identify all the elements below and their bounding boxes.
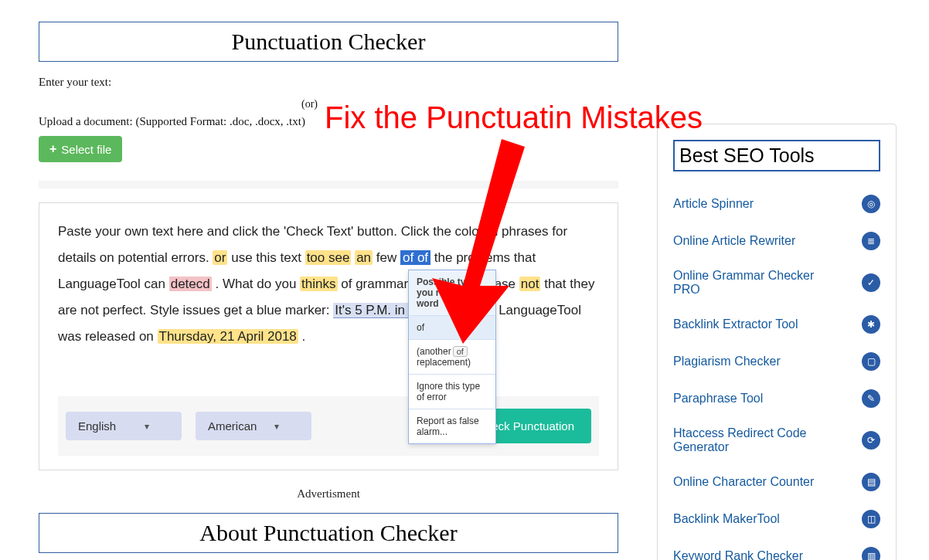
tool-icon: ◎ bbox=[862, 195, 880, 213]
plus-icon: + bbox=[49, 142, 56, 156]
variant-value: American bbox=[208, 419, 257, 433]
highlight-too-see[interactable]: too see bbox=[305, 250, 352, 265]
tool-label: Online Article Rewriter bbox=[673, 234, 795, 248]
tool-link-paraphrase-tool[interactable]: Paraphrase Tool✎ bbox=[673, 380, 880, 417]
correction-popover: Possible typo: you repeated a word of (a… bbox=[408, 270, 496, 444]
ignore-error[interactable]: Ignore this type of error bbox=[409, 374, 495, 409]
text-span: . bbox=[302, 329, 306, 344]
highlight-detecd[interactable]: detecd bbox=[169, 277, 212, 291]
tool-icon: ✎ bbox=[862, 389, 880, 408]
tool-link-article-rewriter[interactable]: Online Article Rewriter≣ bbox=[673, 222, 880, 260]
tool-label: Plagiarism Checker bbox=[673, 355, 781, 368]
tool-link-grammar-checker[interactable]: Online Grammar Checker PRO✓ bbox=[673, 260, 880, 306]
tool-icon: ⟳ bbox=[862, 431, 880, 450]
sidebar-card: Best SEO Tools Article Spinner◎ Online A… bbox=[657, 124, 897, 560]
highlight-or[interactable]: or bbox=[213, 250, 227, 265]
editor-content[interactable]: Paste your own text here and click the '… bbox=[58, 219, 599, 350]
tool-label: Online Character Counter bbox=[673, 475, 814, 489]
tool-link-article-spinner[interactable]: Article Spinner◎ bbox=[673, 185, 880, 222]
suggestion-item[interactable]: of bbox=[409, 315, 495, 339]
tool-link-backlink-maker[interactable]: Backlink MakerTool◫ bbox=[673, 501, 880, 538]
section-divider bbox=[39, 181, 618, 188]
tool-label: Backlink Extractor Tool bbox=[673, 317, 798, 331]
tool-label: Keyword Rank Checker bbox=[673, 549, 803, 560]
tool-icon: ✓ bbox=[862, 273, 880, 292]
advertisement-label: Advertisment bbox=[39, 487, 618, 501]
tool-icon: ▤ bbox=[862, 473, 880, 491]
text-span: replacement) bbox=[417, 357, 471, 368]
select-file-label: Select file bbox=[61, 143, 111, 156]
enter-text-label: Enter your text: bbox=[39, 76, 618, 89]
or-separator: (or) bbox=[301, 98, 318, 110]
highlight-date[interactable]: Thursday, 21 April 2018 bbox=[158, 329, 298, 344]
highlight-an[interactable]: an bbox=[355, 250, 373, 265]
highlight-not[interactable]: not bbox=[519, 277, 541, 291]
another-replacement[interactable]: (anotherof replacement) bbox=[409, 339, 495, 374]
page-title: Punctuation Checker bbox=[47, 29, 610, 55]
about-title: About Punctuation Checker bbox=[47, 520, 610, 546]
sidebar-title-box: Best SEO Tools bbox=[673, 140, 880, 171]
text-span: few bbox=[376, 250, 400, 265]
sidebar-title: Best SEO Tools bbox=[679, 144, 874, 167]
tool-link-plagiarism-checker[interactable]: Plagiarism Checker▢ bbox=[673, 343, 880, 380]
language-select[interactable]: English ▾ bbox=[66, 412, 182, 440]
tool-label: Article Spinner bbox=[673, 197, 754, 211]
popover-heading: Possible typo: you repeated a word bbox=[409, 270, 495, 315]
report-false-alarm[interactable]: Report as false alarm... bbox=[409, 409, 495, 443]
text-span: use this text bbox=[231, 250, 305, 265]
replacement-chip: of bbox=[453, 346, 468, 357]
about-header-box: About Punctuation Checker bbox=[39, 513, 618, 553]
tool-icon: ▥ bbox=[862, 547, 880, 560]
tool-label: Online Grammar Checker PRO bbox=[673, 269, 828, 297]
tool-icon: ≣ bbox=[862, 232, 880, 250]
tool-link-htaccess-generator[interactable]: Htaccess Redirect Code Generator⟳ bbox=[673, 417, 880, 463]
tool-label: Backlink MakerTool bbox=[673, 512, 780, 526]
language-value: English bbox=[78, 419, 116, 433]
text-span: (another bbox=[417, 346, 451, 357]
chevron-down-icon: ▾ bbox=[274, 421, 279, 432]
tool-icon: ▢ bbox=[862, 352, 880, 371]
editor-toolbar: English ▾ American ▾ Check Punctuation bbox=[58, 396, 599, 456]
highlight-of-of[interactable]: of of bbox=[400, 250, 430, 265]
variant-select[interactable]: American ▾ bbox=[196, 412, 311, 440]
page-header-box: Punctuation Checker bbox=[39, 22, 618, 62]
tool-label: Paraphrase Tool bbox=[673, 392, 763, 406]
tool-icon: ✱ bbox=[862, 315, 880, 334]
highlight-thinks[interactable]: thinks bbox=[300, 277, 337, 291]
tool-link-keyword-rank[interactable]: Keyword Rank Checker▥ bbox=[673, 538, 880, 560]
tool-label: Htaccess Redirect Code Generator bbox=[673, 426, 828, 454]
select-file-button[interactable]: + Select file bbox=[39, 136, 122, 162]
tool-link-backlink-extractor[interactable]: Backlink Extractor Tool✱ bbox=[673, 306, 880, 343]
text-span: . What do you bbox=[215, 277, 300, 291]
chevron-down-icon: ▾ bbox=[145, 421, 149, 432]
tool-link-character-counter[interactable]: Online Character Counter▤ bbox=[673, 463, 880, 501]
text-editor[interactable]: Paste your own text here and click the '… bbox=[39, 202, 618, 470]
upload-hint: Upload a document: (Supported Format: .d… bbox=[39, 115, 618, 128]
tool-icon: ◫ bbox=[862, 510, 880, 528]
